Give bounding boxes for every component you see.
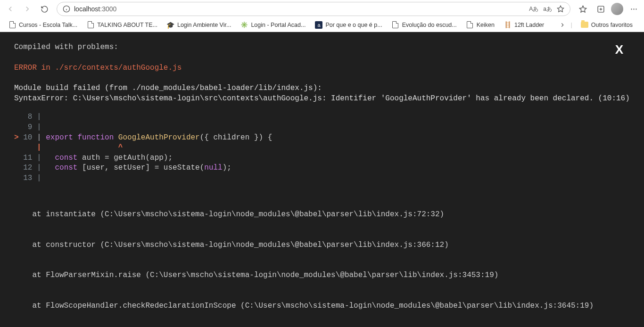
svg-marker-4 (579, 6, 586, 12)
address-bar[interactable]: localhost:3000 Aあ aあ (57, 2, 570, 16)
bookmarks-bar: Cursos - Escola Talk... TALKING ABOUT TE… (0, 18, 644, 32)
error-overlay: X Compiled with problems: ERROR in ./src… (0, 32, 644, 327)
bookmark-item[interactable]: a Por que e o que é p... (311, 20, 386, 30)
bookmark-item[interactable]: TALKING ABOUT TE... (83, 20, 161, 30)
svg-point-9 (633, 8, 634, 9)
bookmarks-overflow-button[interactable] (559, 22, 566, 28)
favorites-button[interactable] (575, 1, 590, 16)
svg-marker-3 (557, 6, 563, 12)
overlay-heading: Compiled with problems: (14, 42, 630, 53)
browser-toolbar: localhost:3000 Aあ aあ (0, 0, 644, 18)
bookmark-label: Evolução do escud... (402, 22, 457, 28)
stack-line: at FlowScopeHandler.checkRedeclarationIn… (14, 301, 630, 311)
menu-button[interactable] (626, 1, 641, 16)
other-favorites-label: Outros favoritos (591, 22, 633, 28)
favorite-icon[interactable] (557, 5, 564, 13)
site-info-icon[interactable] (63, 5, 70, 13)
error-title: ERROR in ./src/contexts/authGoogle.js (14, 63, 630, 74)
folder-icon (581, 21, 588, 29)
close-button[interactable]: X (615, 41, 623, 58)
bookmark-item[interactable]: ✳️ Login - Portal Acad... (237, 20, 309, 30)
page-icon (8, 21, 16, 29)
bookmark-item[interactable]: 🪜 12ft Ladder (500, 20, 548, 30)
bookmark-item[interactable]: Cursos - Escola Talk... (5, 20, 81, 30)
bookmark-item[interactable]: 🎓 Login Ambiente Vir... (163, 20, 235, 30)
alura-icon: a (315, 21, 322, 29)
bookmark-label: Login Ambiente Vir... (177, 22, 231, 28)
code-frame: 8 | 9 | > 10 | export function GoogleAut… (14, 112, 630, 183)
page-icon (87, 21, 94, 29)
stack-line: at FlowParserMixin.raise (C:\Users\mscho… (14, 270, 630, 281)
bookmark-label: 12ft Ladder (514, 22, 544, 28)
url-text: localhost:3000 (74, 5, 116, 13)
bookmark-label: Login - Portal Acad... (251, 22, 305, 28)
syntax-error-line: SyntaxError: C:\Users\mscho\sistema-logi… (14, 94, 630, 104)
back-button[interactable] (3, 1, 18, 16)
ladder-icon: 🪜 (504, 21, 512, 29)
profile-avatar[interactable] (611, 3, 623, 15)
translate-icon[interactable]: aあ (543, 5, 552, 13)
other-favorites-button[interactable]: Outros favoritos (577, 20, 639, 30)
svg-point-10 (636, 8, 636, 9)
stack-trace: at instantiate (C:\Users\mscho\sistema-l… (14, 189, 630, 327)
stack-line: at instantiate (C:\Users\mscho\sistema-l… (14, 210, 630, 220)
portal-icon: ✳️ (240, 21, 248, 29)
bookmark-item[interactable]: Evolução do escud... (388, 20, 461, 30)
moodle-icon: 🎓 (167, 21, 174, 29)
bookmark-label: Cursos - Escola Talk... (19, 22, 77, 28)
module-failed-line: Module build failed (from ./node_modules… (14, 83, 630, 94)
collections-button[interactable] (593, 1, 608, 16)
bookmark-label: Por que e o que é p... (325, 22, 382, 28)
svg-point-8 (631, 8, 632, 9)
forward-button[interactable] (20, 1, 35, 16)
bookmark-label: TALKING ABOUT TE... (97, 22, 157, 28)
bookmark-label: Keiken (477, 22, 495, 28)
page-icon (392, 21, 399, 29)
refresh-button[interactable] (37, 1, 52, 16)
bookmark-item[interactable]: Keiken (462, 20, 498, 30)
stack-line: at constructor (C:\Users\mscho\sistema-l… (14, 240, 630, 251)
read-aloud-icon[interactable]: Aあ (529, 5, 538, 13)
page-icon (466, 21, 474, 29)
